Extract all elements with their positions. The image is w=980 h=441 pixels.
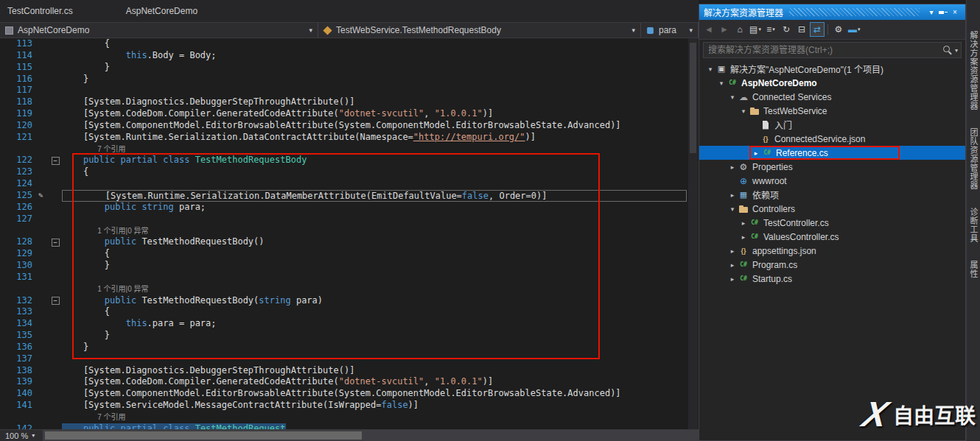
breakpoint-margin[interactable] (0, 365, 13, 377)
editor-vertical-scrollbar[interactable] (688, 38, 698, 429)
breakpoint-margin[interactable] (0, 423, 13, 429)
expander-icon[interactable]: ▾ (738, 107, 749, 115)
editor-horizontal-scrollbar[interactable] (43, 430, 699, 441)
breakpoint-margin[interactable] (0, 306, 13, 318)
expander-icon[interactable]: ▾ (716, 80, 727, 87)
breakpoint-margin[interactable] (0, 190, 13, 202)
zoom-control[interactable]: 100 % ▾ (0, 431, 40, 440)
scrollbar-thumb[interactable] (45, 431, 362, 440)
type-dropdown[interactable]: TestWebService.TestMethodRequestBody ▾ (318, 23, 641, 38)
breakpoint-margin[interactable] (0, 353, 13, 365)
expander-icon[interactable]: ▸ (751, 149, 761, 157)
expander-icon[interactable]: ▾ (705, 66, 715, 73)
sync-with-active-document-icon[interactable]: ⇄ (810, 22, 825, 37)
breakpoint-margin[interactable] (0, 412, 13, 423)
tree-item[interactable]: ▾解决方案"AspNetCoreDemo"(1 个项目) (699, 62, 965, 76)
breakpoint-margin[interactable] (0, 120, 13, 132)
home-icon[interactable]: ⌂ (732, 22, 747, 37)
breakpoint-margin[interactable] (0, 318, 13, 330)
pin-icon[interactable] (937, 7, 949, 18)
fold-marker-icon[interactable]: − (52, 239, 60, 247)
breakpoint-margin[interactable] (0, 248, 13, 260)
tree-item[interactable]: 入门 (699, 118, 965, 132)
search-input[interactable] (704, 45, 940, 55)
breakpoint-margin[interactable] (0, 388, 13, 400)
fold-marker-icon[interactable]: − (52, 157, 60, 165)
forward-icon[interactable]: ► (717, 22, 732, 37)
tree-item[interactable]: ▸ValuesController.cs (699, 230, 965, 244)
scrollbar-thumb[interactable] (690, 43, 696, 153)
breakpoint-margin[interactable] (0, 236, 13, 248)
side-tab-2[interactable]: 团队资源管理器 (967, 128, 979, 190)
breakpoint-margin[interactable] (0, 330, 13, 342)
switch-views-icon[interactable]: ▤▾ (748, 22, 763, 37)
tree-item[interactable]: ▸依赖项 (699, 188, 965, 202)
tree-item[interactable]: ▾Controllers (699, 202, 965, 216)
expander-icon[interactable]: ▸ (727, 261, 738, 269)
breakpoint-margin[interactable] (0, 225, 13, 237)
breakpoint-margin[interactable] (0, 50, 13, 62)
expander-icon[interactable]: ▸ (738, 233, 749, 241)
pending-changes-filter-icon[interactable]: ≡▾ (763, 22, 778, 37)
expander-icon[interactable]: ▸ (727, 275, 738, 283)
breakpoint-margin[interactable] (0, 108, 13, 120)
chevron-down-icon[interactable]: ▾ (955, 47, 958, 54)
breakpoint-margin[interactable] (0, 400, 13, 412)
tree-item[interactable]: ▸Properties (699, 160, 965, 174)
tree-item[interactable]: ▾Connected Services (699, 90, 965, 104)
expander-icon[interactable]: ▸ (727, 247, 738, 255)
breakpoint-margin[interactable] (0, 38, 13, 50)
fold-margin: − (49, 155, 62, 166)
tree-item[interactable]: ▸Startup.cs (699, 272, 965, 286)
document-tab-testcontroller[interactable]: TestController.cs (0, 6, 80, 16)
glyph-margin (32, 74, 49, 85)
breakpoint-margin[interactable] (0, 376, 13, 388)
breakpoint-margin[interactable] (0, 178, 13, 190)
side-tab-3[interactable]: 诊断工具 (967, 208, 979, 243)
document-tab-aspnetcoredemo[interactable]: AspNetCoreDemo (119, 6, 205, 16)
properties-icon[interactable]: ⚙ (831, 22, 846, 37)
code-editor[interactable]: 113 {114 this.Body = Body;115 }116 }1171… (0, 38, 699, 429)
breakpoint-margin[interactable] (0, 144, 13, 155)
expander-icon[interactable]: ▸ (727, 163, 738, 171)
tree-item[interactable]: ▸appsettings.json (699, 244, 965, 258)
tree-item[interactable]: ▸Reference.cs (699, 146, 965, 160)
chevron-down-icon[interactable]: ▾ (925, 7, 937, 18)
breakpoint-margin[interactable] (0, 283, 13, 295)
breakpoint-margin[interactable] (0, 166, 13, 178)
expander-icon[interactable]: ▾ (727, 205, 738, 213)
collapse-all-icon[interactable]: ⊟ (794, 22, 809, 37)
breakpoint-margin[interactable] (0, 214, 13, 225)
side-tab-4[interactable]: 属性 (967, 261, 979, 278)
search-icon[interactable] (940, 44, 953, 56)
breakpoint-margin[interactable] (0, 96, 13, 108)
tree-item[interactable]: ▸TestController.cs (699, 216, 965, 230)
tree-item[interactable]: ▾AspNetCoreDemo (699, 76, 965, 90)
breakpoint-margin[interactable] (0, 295, 13, 307)
back-icon[interactable]: ◄ (701, 22, 716, 37)
solution-explorer-titlebar[interactable]: 解决方案资源管理器 ▾ × (699, 4, 965, 20)
breakpoint-margin[interactable] (0, 272, 13, 283)
breakpoint-margin[interactable] (0, 85, 13, 96)
tree-item[interactable]: wwwroot (699, 174, 965, 188)
expander-icon[interactable]: ▸ (727, 191, 738, 199)
fold-marker-icon[interactable]: − (52, 297, 60, 305)
tree-item[interactable]: ConnectedService.json (699, 132, 965, 146)
preview-selected-items-icon[interactable]: ▬▾ (847, 22, 862, 37)
close-icon[interactable]: × (949, 7, 961, 18)
breakpoint-margin[interactable] (0, 62, 13, 74)
expander-icon[interactable]: ▾ (727, 94, 738, 101)
tree-item[interactable]: ▾TestWebService (699, 104, 965, 118)
expander-icon[interactable]: ▸ (738, 219, 749, 227)
breakpoint-margin[interactable] (0, 132, 13, 144)
member-dropdown[interactable]: para ▾ (641, 23, 699, 38)
breakpoint-margin[interactable] (0, 342, 13, 353)
refresh-icon[interactable]: ↻ (779, 22, 794, 37)
breakpoint-margin[interactable] (0, 74, 13, 85)
tree-item[interactable]: ▸Program.cs (699, 258, 965, 272)
project-dropdown[interactable]: AspNetCoreDemo ▾ (0, 23, 318, 38)
side-tab-1[interactable]: 解决方案资源管理器 (967, 31, 979, 110)
breakpoint-margin[interactable] (0, 155, 13, 166)
breakpoint-margin[interactable] (0, 260, 13, 272)
breakpoint-margin[interactable] (0, 202, 13, 214)
